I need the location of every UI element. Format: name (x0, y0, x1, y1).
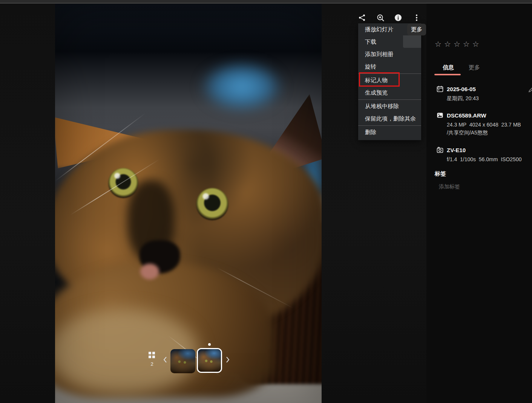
chevron-left-icon (163, 356, 167, 365)
detail-row-date: 2025-06-05 星期四, 20:43 (436, 85, 530, 102)
rating-stars: ☆ ☆ ☆ ☆ ☆ (435, 40, 479, 48)
asset-filename: DSC6589.ARW (447, 112, 530, 119)
asset-file-path: /共享空间/A5憨憨 (447, 129, 530, 137)
share-icon (358, 14, 366, 23)
info-panel: ☆ ☆ ☆ ☆ ☆ 信息 更多 2025-06-05 星期四, 20:4 (426, 0, 532, 403)
detail-row-file: DSC6589.ARW 24.3 MP 4024 x 6048 23.7 MB … (436, 112, 530, 137)
menu-item-add-to-album[interactable]: 添加到相册 (358, 48, 421, 61)
next-asset-button[interactable] (224, 356, 232, 365)
previous-asset-button[interactable] (161, 356, 169, 365)
tab-more[interactable]: 更多 (469, 64, 480, 71)
asset-file-specs: 24.3 MP 4024 x 6048 23.7 MB (447, 121, 530, 129)
stack-expand-button[interactable]: 2 (147, 352, 157, 369)
stack-grid-icon (149, 352, 155, 360)
more-tooltip: 更多 (407, 24, 426, 35)
camera-model: ZV-E10 (447, 147, 530, 154)
asset-date: 2025-06-05 (447, 85, 530, 93)
zoom-in-icon (376, 14, 385, 24)
zoom-in-button[interactable] (374, 12, 387, 25)
photo-main[interactable] (55, 4, 322, 403)
star-icon[interactable]: ☆ (454, 40, 460, 48)
calendar-icon (436, 85, 444, 94)
image-icon (436, 111, 444, 121)
menu-divider (358, 125, 421, 126)
menu-item-keep-this-delete-others[interactable]: 保留此项，删除其余 (358, 113, 421, 125)
browser-top-strip (0, 0, 532, 3)
star-icon[interactable]: ☆ (444, 40, 451, 48)
stack-thumbnail-2-selected[interactable] (197, 348, 222, 373)
add-tag-button[interactable]: 添加标签 (439, 183, 460, 190)
more-vertical-icon (412, 14, 421, 23)
stack-count: 2 (150, 361, 153, 367)
tags-heading: 标签 (435, 170, 446, 177)
chevron-right-icon (225, 356, 230, 365)
menu-item-generate-preview[interactable]: 生成预览 (358, 87, 421, 99)
menu-divider (358, 99, 421, 100)
menu-item-remove-from-stack[interactable]: 从堆栈中移除 (358, 100, 421, 113)
active-tab-underline (434, 74, 461, 75)
menu-item-delete[interactable]: 删除 (358, 126, 421, 139)
tag-people-highlight-box (359, 72, 400, 87)
more-options-button[interactable] (410, 12, 423, 25)
detail-row-camera: ZV-E10 f/1.4 1/100s 56.0mm ISO2500 (436, 147, 530, 163)
photo-vignette (55, 4, 322, 403)
info-icon (394, 14, 402, 23)
selected-thumbnail-dot (208, 343, 211, 346)
menu-item-rotate[interactable]: 旋转 (358, 61, 421, 73)
thumbnail-image (198, 349, 221, 372)
thumbnail-image (170, 349, 195, 373)
share-button[interactable] (356, 12, 368, 25)
star-icon[interactable]: ☆ (435, 40, 442, 48)
camera-exif-specs: f/1.4 1/100s 56.0mm ISO2500 (447, 156, 530, 163)
stack-thumbnail-1[interactable] (170, 349, 195, 373)
camera-icon (436, 146, 444, 155)
pencil-icon (528, 87, 532, 94)
star-icon[interactable]: ☆ (472, 40, 479, 48)
star-icon[interactable]: ☆ (463, 40, 470, 48)
info-button[interactable] (392, 12, 405, 25)
tab-info[interactable]: 信息 (443, 64, 454, 71)
menu-corner-overlay (403, 35, 421, 48)
asset-date-time: 星期四, 20:43 (447, 95, 530, 102)
photo-viewer-app: 2 播放幻灯片 下载 添加到相册 旋转 (0, 0, 532, 403)
edit-date-button[interactable] (528, 87, 532, 94)
